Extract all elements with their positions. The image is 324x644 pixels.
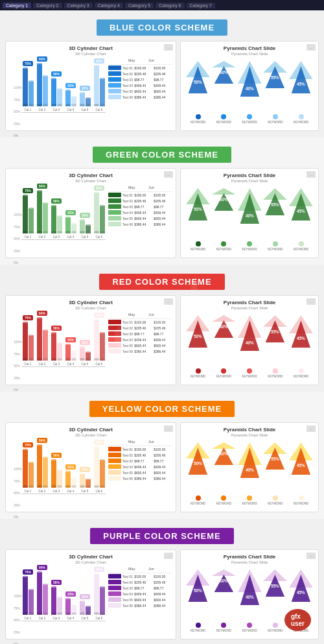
- cyl-bar-secondary: [43, 584, 48, 615]
- legend-table: May Jun Text 01 $100.00 $100.00 Text 02 …: [108, 185, 172, 228]
- pyramid-svg: 55% 28%: [263, 569, 287, 621]
- pyramid-column-2: 40% 20% KEYWORD: [238, 61, 262, 124]
- legend-swatch: [108, 343, 121, 348]
- legend-label: Text 02: [122, 72, 133, 76]
- pyramid-dot: [247, 495, 252, 501]
- cyl-group-5: 80% Cat 6: [93, 567, 106, 620]
- card-corner: ...: [307, 425, 316, 432]
- pyramid-svg: 40% 20%: [238, 188, 262, 240]
- cyl-group-1: 84% Cat 2: [36, 56, 49, 112]
- pyramid-dot: [299, 114, 304, 119]
- pyramid-svg: 45% 22%: [289, 188, 313, 240]
- legend-col-header: [108, 58, 126, 62]
- cyl-label-top: 33%: [65, 337, 76, 342]
- legend-val1: $98.77: [134, 586, 152, 590]
- legend-col-header: [108, 567, 126, 571]
- legend-row: Text 03 $98.77 $98.77: [108, 586, 172, 590]
- cyl-category-label: Cat 6: [93, 108, 106, 112]
- strip-tab[interactable]: Category 4: [95, 3, 123, 8]
- legend-swatch: [108, 476, 121, 481]
- cyl-group-4: 29% Cat 5: [78, 213, 91, 239]
- pyramid-column-0: 50% 25% KEYWORD: [186, 188, 210, 251]
- y-axis-label: 50%: [14, 618, 22, 622]
- cyl-label-top: 33%: [65, 591, 76, 597]
- cyl-category-label: Cat 3: [50, 617, 63, 620]
- strip-tab[interactable]: Category 5: [125, 3, 154, 8]
- pyramid-dot: [299, 368, 304, 374]
- svg-marker-77: [292, 447, 310, 475]
- cyl-bar-secondary: [29, 80, 34, 106]
- cyl-bar-secondary: [86, 97, 91, 106]
- legend-swatch: [108, 71, 121, 76]
- cyl-group-0: 75% Cat 1: [21, 188, 34, 239]
- legend-label: Text 03: [122, 586, 133, 590]
- pyramid-dot: [221, 114, 226, 119]
- legend-row: Text 03 $98.77 $98.77: [108, 77, 172, 82]
- cyl-category-label: Cat 3: [50, 108, 63, 112]
- cyl-category-label: Cat 3: [50, 235, 63, 239]
- scheme-section-purple: PURPLE COLOR SCHEME ... 3D Cylinder Char…: [0, 519, 324, 644]
- legend-header: May Jun: [108, 313, 172, 316]
- svg-text:55%: 55%: [271, 584, 279, 588]
- legend-label: Text 04: [122, 592, 133, 596]
- svg-text:40%: 40%: [246, 86, 254, 91]
- schemes-container: BLUE COLOR SCHEME ... 3D Cylinder Chart …: [0, 10, 324, 644]
- cyl-group-0: 75% Cat 1: [21, 315, 34, 366]
- legend-swatch: [108, 459, 121, 463]
- strip-tab[interactable]: Category 1: [3, 3, 31, 8]
- legend-val1: $409.44: [134, 338, 152, 342]
- legend-val1: $600.44: [134, 471, 152, 475]
- svg-text:25%: 25%: [194, 224, 202, 228]
- legend-swatch: [108, 586, 121, 590]
- svg-text:45%: 45%: [297, 463, 305, 468]
- legend-val1: $409.44: [134, 465, 152, 469]
- card-corner: ...: [307, 298, 316, 305]
- y-axis: 100%75%50%25%0%: [14, 86, 22, 137]
- legend-label: Text 03: [122, 205, 133, 209]
- legend-divider: [108, 446, 172, 446]
- cyl-bar-primary: [23, 449, 28, 488]
- cyl-group-2: 56% Cat 3: [50, 453, 63, 493]
- legend-header: May Jun: [108, 58, 172, 62]
- cyl-bar-primary: [51, 332, 56, 361]
- pyramid-keyword: KEYWORD: [268, 375, 283, 378]
- pyramid-column-2: 40% 20% KEYWORD: [238, 442, 262, 505]
- legend-val1: $386.44: [134, 222, 152, 226]
- strip-tab[interactable]: Category 3: [64, 3, 93, 8]
- y-axis: 100%75%50%25%0%: [14, 467, 22, 519]
- legend-val2: $386.44: [154, 604, 172, 608]
- legend-table: May Jun Text 01 $100.00 $100.00 Text 02 …: [108, 567, 172, 609]
- svg-marker-57: [292, 320, 310, 348]
- legend-col-val1: May: [128, 185, 146, 189]
- strip-tab[interactable]: Category 7: [187, 3, 215, 8]
- svg-text:40%: 40%: [246, 213, 254, 218]
- cylinder-bars-container: 75% Cat 1 84% Cat 2 56% Cat 3 33%: [21, 440, 106, 493]
- pyramid-keyword: KEYWORD: [294, 375, 308, 378]
- legend-val1: $386.44: [134, 477, 152, 481]
- pyramid-chart-title: Pyramids Chart Slide: [185, 300, 314, 305]
- x-axis-line: [21, 621, 106, 621]
- card-corner: ...: [164, 425, 173, 432]
- y-axis-label: 75%: [14, 606, 22, 610]
- cyl-bar-primary: [37, 444, 42, 488]
- cyl-label-top: 80%: [94, 58, 104, 64]
- cylinder-chart-subtitle: 3D Cylinder Chart: [10, 306, 172, 310]
- strip-tab[interactable]: Category 6: [156, 3, 184, 8]
- pyramid-svg: 55% 28%: [263, 61, 287, 113]
- cyl-group-0: 75% Cat 1: [21, 442, 34, 493]
- cyl-bar-primary: [37, 317, 42, 361]
- legend-divider: [108, 573, 172, 573]
- legend-table: May Jun Text 01 $100.00 $100.00 Text 02 …: [108, 440, 172, 482]
- strip-tab[interactable]: Category 2: [33, 3, 62, 8]
- cyl-group-2: 56% Cat 3: [50, 71, 63, 112]
- legend-col-val2: Jun: [148, 58, 167, 62]
- cyl-bar-primary: [51, 205, 56, 233]
- pyramid-dot: [196, 495, 201, 501]
- pyramid-chart-subtitle: Pyramids Chart Slide: [185, 433, 314, 437]
- pyramid-dot: [247, 241, 252, 246]
- legend-val2: $409.44: [154, 338, 172, 342]
- scheme-section-yellow: YELLOW COLOR SCHEME ... 3D Cylinder Char…: [0, 392, 324, 519]
- cyl-label-top: 56%: [51, 580, 62, 585]
- svg-text:55%: 55%: [271, 329, 279, 334]
- cyl-category-label: Cat 6: [93, 363, 106, 366]
